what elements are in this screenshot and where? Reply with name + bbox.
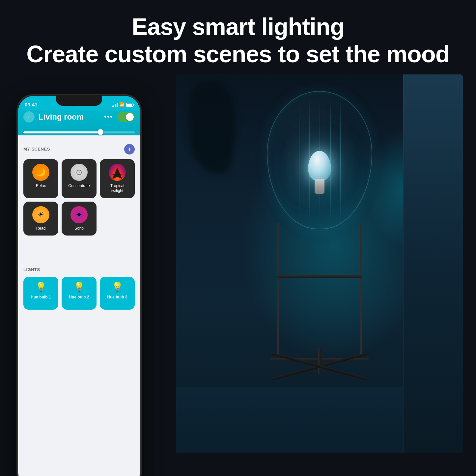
concentrate-scene-label: Concentrate xyxy=(68,183,90,189)
tropical-scene-icon xyxy=(109,164,126,181)
stand-base-v xyxy=(318,348,321,374)
status-icons: 📶 xyxy=(112,102,133,107)
back-icon: ‹ xyxy=(28,113,30,120)
stand-cross-mid xyxy=(277,275,362,278)
light-label-2: Hue bulb 2 xyxy=(69,295,89,299)
light-label-1: Hue bulb 1 xyxy=(31,295,51,299)
scenes-section-title: MY SCENES xyxy=(23,147,50,152)
glass-globe xyxy=(267,91,372,229)
lamp-stand xyxy=(270,223,369,387)
light-card-hue-bulb-3[interactable]: 💡 Hue bulb 3 xyxy=(100,277,135,310)
globe-rib-1 xyxy=(299,98,299,221)
light-card-hue-bulb-1[interactable]: 💡 Hue bulb 1 xyxy=(23,277,58,310)
more-options-button[interactable]: ••• xyxy=(104,113,113,121)
brightness-thumb[interactable] xyxy=(98,129,103,135)
add-scene-button[interactable]: + xyxy=(124,144,135,154)
read-scene-label: Read xyxy=(36,226,46,231)
soho-scene-icon: ✦ xyxy=(70,206,88,223)
bulb-icon-2: 💡 xyxy=(73,281,85,292)
bulb-icon-3: 💡 xyxy=(112,281,123,292)
scenes-grid: 🌙 Relax ⊙ Concentrate Tropica xyxy=(23,159,135,236)
bulb-glass xyxy=(308,151,331,181)
header-nav-row: ‹ Living room ••• xyxy=(23,110,135,124)
scenes-section-header: MY SCENES + xyxy=(23,144,135,154)
headline-line2: Create custom scenes to set the mood xyxy=(20,41,456,68)
scenes-section: MY SCENES + 🌙 Relax xyxy=(18,139,140,236)
volume-up-button[interactable] xyxy=(16,141,17,153)
room-title: Living room xyxy=(39,112,104,122)
tropical-scene-label: Tropicaltwilight xyxy=(110,183,124,194)
brightness-slider[interactable] xyxy=(23,131,135,133)
battery-fill xyxy=(127,104,132,106)
scene-card-read[interactable]: ☀ Read xyxy=(23,202,58,236)
stand-bar-right xyxy=(360,223,362,354)
status-time: 09:41 xyxy=(25,102,37,107)
plant-silhouette xyxy=(180,74,245,190)
concentrate-scene-icon: ⊙ xyxy=(70,164,88,181)
floor-surface xyxy=(176,387,463,453)
wifi-icon: 📶 xyxy=(119,102,125,107)
bulb-inside xyxy=(305,151,334,194)
silent-switch[interactable] xyxy=(16,128,17,138)
scene-card-concentrate[interactable]: ⊙ Concentrate xyxy=(62,159,97,198)
volume-down-button[interactable] xyxy=(16,156,17,168)
headline-line1: Easy smart lighting xyxy=(20,13,456,41)
signal-bars-icon xyxy=(112,102,118,107)
scene-card-soho[interactable]: ✦ Soho xyxy=(62,202,97,236)
page-title: Easy smart lighting Create custom scenes… xyxy=(0,0,476,74)
scene-card-tropical[interactable]: Tropicaltwilight xyxy=(100,159,135,198)
room-toggle[interactable] xyxy=(117,112,135,122)
light-label-3: Hue bulb 3 xyxy=(107,295,127,299)
phone-notch xyxy=(56,95,102,106)
bulb-icon-1: 💡 xyxy=(35,281,47,292)
globe-rib-5 xyxy=(340,98,341,221)
signal-bar-3 xyxy=(115,104,116,107)
lights-section-title: LIGHTS xyxy=(23,267,135,272)
lamp-container xyxy=(254,91,385,387)
brightness-fill xyxy=(23,131,101,133)
scene-card-relax[interactable]: 🌙 Relax xyxy=(23,159,58,198)
power-button[interactable] xyxy=(141,148,142,171)
lights-section: LIGHTS 💡 Hue bulb 1 💡 Hue bulb 2 💡 xyxy=(18,267,140,310)
relax-scene-label: Relax xyxy=(36,183,46,189)
back-button[interactable]: ‹ xyxy=(23,111,35,123)
main-content: 09:41 ▲ 📶 xyxy=(0,74,476,476)
signal-bar-1 xyxy=(112,106,113,107)
signal-bar-4 xyxy=(117,103,118,107)
soho-scene-label: Soho xyxy=(74,226,84,231)
add-icon: + xyxy=(127,146,131,153)
relax-scene-icon: 🌙 xyxy=(32,164,49,181)
brightness-track xyxy=(23,131,135,133)
signal-bar-2 xyxy=(113,105,114,107)
phone-screen: 09:41 ▲ 📶 xyxy=(18,96,140,476)
light-card-hue-bulb-2[interactable]: 💡 Hue bulb 2 xyxy=(62,277,97,310)
lights-grid: 💡 Hue bulb 1 💡 Hue bulb 2 💡 Hue bulb 3 xyxy=(23,277,135,310)
battery-icon xyxy=(126,103,133,107)
lamp-photo xyxy=(176,74,463,453)
phone-mockup: 09:41 ▲ 📶 xyxy=(16,94,142,476)
stand-bar-left xyxy=(277,223,279,354)
bulb-base xyxy=(315,179,324,194)
read-scene-icon: ☀ xyxy=(32,206,49,223)
